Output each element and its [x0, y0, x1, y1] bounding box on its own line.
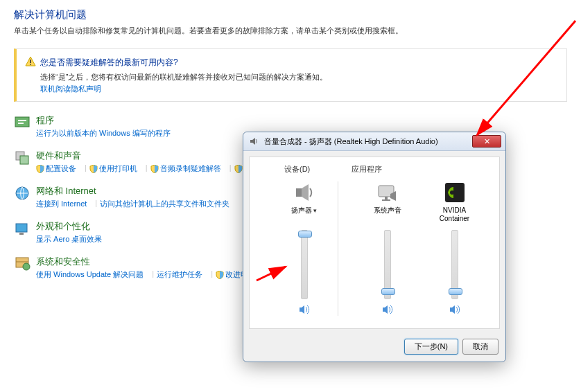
- category-link[interactable]: 显示 Aero 桌面效果: [36, 234, 102, 244]
- svg-rect-9: [19, 233, 24, 235]
- privacy-link[interactable]: 联机阅读隐私声明: [40, 84, 101, 93]
- category-link-label: 运行为以前版本的 Windows 编写的程序: [36, 128, 171, 139]
- svg-rect-0: [30, 60, 31, 63]
- link-separator: |: [229, 163, 232, 174]
- group-divider: [338, 181, 338, 316]
- notice-question: 您是否需要疑难解答的最新可用内容?: [40, 57, 178, 69]
- link-separator: |: [95, 199, 97, 209]
- mute-toggle-icon[interactable]: [449, 303, 461, 316]
- category-link[interactable]: 访问其他计算机上的共享文件和文件夹: [100, 199, 229, 209]
- device-speaker-icon[interactable]: [293, 181, 315, 204]
- svg-rect-6: [20, 156, 28, 164]
- group-device-header: 设备(D): [284, 164, 310, 175]
- category-icon: [14, 150, 31, 166]
- category-link-label: 显示 Aero 桌面效果: [36, 234, 102, 244]
- category-title[interactable]: 外观和个性化: [36, 220, 107, 233]
- page-description: 单击某个任务以自动排除和修复常见的计算机问题。若要查看更多的故障排除方案，请单击…: [14, 26, 567, 36]
- shield-icon: [36, 165, 44, 173]
- slider-thumb[interactable]: [381, 288, 395, 295]
- warning-icon: [25, 56, 36, 69]
- category-link[interactable]: 运行维护任务: [157, 269, 202, 280]
- shield-icon: [216, 271, 224, 279]
- volume-mixer-dialog: 音量合成器 - 扬声器 (Realtek High Definition Aud…: [243, 132, 506, 362]
- svg-rect-2: [15, 117, 29, 127]
- category-link[interactable]: 使用打印机: [89, 163, 137, 174]
- svg-rect-1: [30, 64, 31, 65]
- volume-slider[interactable]: [384, 230, 391, 299]
- category-link-label: 配置设备: [46, 163, 76, 174]
- category-link-label: 音频录制疑难解答: [160, 163, 221, 174]
- notice-banner: 您是否需要疑难解答的最新可用内容? 选择“是”之后，您将有权访问最新的联机疑难解…: [14, 48, 567, 102]
- mute-toggle-icon[interactable]: [298, 303, 311, 316]
- svg-point-17: [450, 190, 454, 195]
- nvidia-icon[interactable]: [444, 181, 466, 204]
- category-link[interactable]: 配置设备: [36, 163, 76, 174]
- category-link-label: 使用打印机: [99, 163, 137, 174]
- category-link[interactable]: 连接到 Internet: [36, 199, 87, 209]
- category-link-label: 使用 Windows Update 解决问题: [36, 269, 144, 280]
- category-link[interactable]: 音频录制疑难解答: [150, 163, 221, 174]
- mixer-item: 扬声器▾: [284, 181, 324, 316]
- group-apps-header: 应用程序: [352, 164, 382, 175]
- category-icon: [14, 220, 31, 237]
- mixer-item: 系统声音: [367, 181, 407, 316]
- svg-rect-8: [16, 224, 27, 232]
- mixer-label: 扬声器▾: [284, 206, 324, 224]
- mute-toggle-icon[interactable]: [381, 303, 394, 316]
- svg-rect-14: [385, 197, 388, 199]
- chevron-down-icon[interactable]: ▾: [313, 207, 317, 214]
- svg-rect-12: [296, 188, 302, 197]
- link-separator: |: [211, 269, 213, 280]
- category-link-label: 运行维护任务: [157, 269, 202, 280]
- shield-icon: [89, 165, 98, 173]
- notice-subtext: 选择“是”之后，您将有权访问最新的联机疑难解答并接收对已知问题的解决方案通知。: [40, 72, 558, 82]
- category-title[interactable]: 网络和 Internet: [36, 185, 235, 197]
- svg-rect-15: [382, 199, 390, 201]
- cancel-button[interactable]: 取消: [462, 339, 498, 355]
- dialog-titlebar[interactable]: 音量合成器 - 扬声器 (Realtek High Definition Aud…: [243, 132, 505, 151]
- shield-icon: [150, 165, 159, 173]
- category-icon: [14, 114, 31, 131]
- shield-icon: [234, 165, 243, 173]
- page-title: 解决计算机问题: [14, 8, 567, 21]
- category-link[interactable]: 使用 Windows Update 解决问题: [36, 269, 144, 280]
- volume-slider[interactable]: [301, 230, 308, 299]
- svg-point-11: [23, 263, 30, 270]
- mixer-item: NVIDIA Container: [435, 181, 474, 316]
- category-title[interactable]: 程序: [36, 114, 176, 127]
- svg-rect-3: [18, 120, 26, 121]
- link-separator: |: [85, 163, 87, 174]
- dialog-title: 音量合成器 - 扬声器 (Realtek High Definition Aud…: [264, 136, 472, 147]
- mixer-label: 系统声音: [367, 206, 407, 224]
- next-button[interactable]: 下一步(N): [404, 339, 458, 355]
- category-link[interactable]: 运行为以前版本的 Windows 编写的程序: [36, 128, 171, 139]
- system-sounds-icon[interactable]: [376, 181, 399, 204]
- mixer-label: NVIDIA Container: [435, 206, 474, 224]
- category-link-label: 访问其他计算机上的共享文件和文件夹: [100, 199, 229, 209]
- category-icon: [14, 256, 31, 272]
- close-button[interactable]: ✕: [472, 135, 501, 148]
- volume-slider[interactable]: [451, 230, 458, 299]
- slider-thumb[interactable]: [298, 231, 312, 238]
- svg-rect-4: [18, 123, 24, 124]
- link-separator: |: [146, 163, 148, 174]
- speaker-icon: [249, 136, 260, 147]
- category-link-label: 连接到 Internet: [36, 199, 87, 209]
- link-separator: |: [152, 269, 154, 280]
- slider-thumb[interactable]: [449, 288, 462, 295]
- close-icon: ✕: [484, 137, 490, 146]
- category-icon: [14, 185, 31, 202]
